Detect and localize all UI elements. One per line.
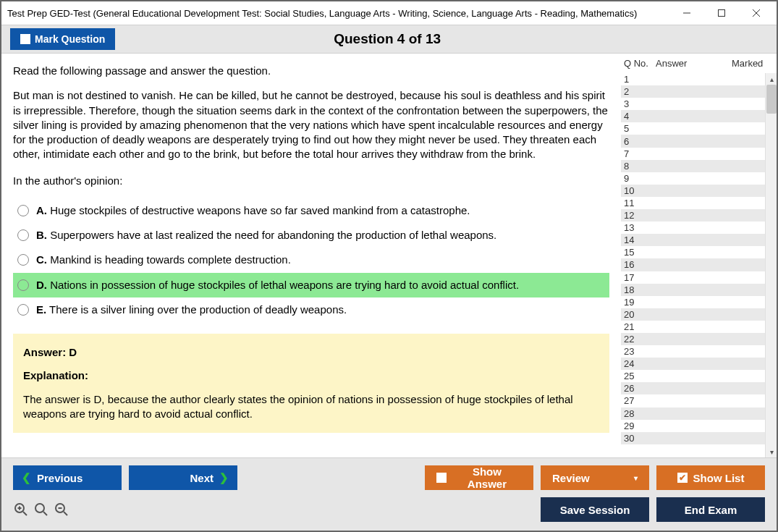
list-row[interactable]: 10 [621, 185, 765, 197]
list-row[interactable]: 27 [621, 394, 765, 407]
show-answer-button[interactable]: Show Answer [425, 465, 533, 490]
list-row[interactable]: 22 [621, 333, 765, 345]
list-row[interactable]: 2 [621, 85, 765, 98]
list-row[interactable]: 6 [621, 135, 765, 147]
list-row[interactable]: 26 [621, 382, 765, 394]
show-list-label: Show List [693, 472, 745, 484]
question-panel: Read the following passage and answer th… [1, 54, 621, 457]
checkbox-icon [20, 34, 30, 44]
main-area: Read the following passage and answer th… [1, 54, 777, 457]
list-row[interactable]: 24 [621, 358, 765, 370]
review-dropdown[interactable]: Review ▾ [541, 465, 649, 490]
list-row-qno: 25 [624, 371, 653, 381]
square-icon [436, 473, 447, 483]
radio-icon [17, 279, 29, 291]
option-letter: C. [36, 253, 47, 266]
list-row[interactable]: 28 [621, 408, 765, 420]
end-exam-button[interactable]: End Exam [656, 497, 765, 522]
scroll-up-icon[interactable]: ▴ [766, 73, 777, 85]
maximize-icon [717, 9, 726, 17]
list-row[interactable]: 3 [621, 98, 765, 110]
list-row[interactable]: 16 [621, 258, 765, 271]
review-label: Review [552, 472, 590, 484]
option-a[interactable]: A. Huge stockpiles of destructive weapon… [13, 198, 609, 223]
list-row[interactable]: 9 [621, 172, 765, 185]
options-list: A. Huge stockpiles of destructive weapon… [13, 198, 609, 322]
radio-icon [17, 229, 29, 241]
list-row-qno: 29 [624, 421, 653, 431]
list-row-qno: 12 [624, 210, 653, 221]
option-text: There is a silver lining over the produc… [49, 303, 347, 316]
list-row-qno: 1 [624, 74, 653, 85]
list-row[interactable]: 23 [621, 345, 765, 358]
scroll-down-icon[interactable]: ▾ [766, 446, 777, 457]
list-row[interactable]: 21 [621, 321, 765, 333]
option-text: Superpowers have at last realized the ne… [50, 229, 496, 241]
show-list-button[interactable]: ✔ Show List [656, 465, 765, 490]
list-row[interactable]: 29 [621, 420, 765, 432]
minimize-button[interactable] [677, 5, 697, 21]
scroll-thumb[interactable] [766, 85, 777, 114]
save-session-button[interactable]: Save Session [541, 497, 649, 522]
list-row-qno: 21 [624, 321, 653, 332]
zoom-out-button[interactable] [54, 502, 69, 518]
footer: ❮ Previous Next ❯ Show Answer Review ▾ ✔… [1, 457, 777, 531]
close-icon [752, 9, 761, 17]
mark-question-label: Mark Question [35, 33, 105, 45]
zoom-reset-button[interactable] [33, 502, 49, 518]
list-row[interactable]: 5 [621, 122, 765, 135]
scrollbar[interactable]: ▴ ▾ [765, 73, 777, 457]
zoom-out-icon [54, 502, 69, 517]
zoom-in-button[interactable] [13, 502, 29, 518]
magnifier-icon [34, 502, 48, 517]
list-row[interactable]: 17 [621, 271, 765, 284]
list-row-qno: 11 [624, 198, 653, 208]
list-row[interactable]: 25 [621, 370, 765, 382]
list-row[interactable]: 12 [621, 209, 765, 221]
list-row[interactable]: 8 [621, 160, 765, 172]
list-row[interactable]: 19 [621, 296, 765, 308]
instruction-text: Read the following passage and answer th… [13, 64, 609, 78]
list-row[interactable]: 11 [621, 197, 765, 209]
list-row-qno: 23 [624, 346, 653, 357]
list-row-qno: 18 [624, 284, 653, 295]
list-row[interactable]: 18 [621, 284, 765, 296]
window-title: Test Prep GED-Test (General Educational … [7, 8, 677, 19]
list-row-qno: 9 [624, 173, 653, 184]
maximize-button[interactable] [711, 5, 732, 21]
app-window: Test Prep GED-Test (General Educational … [0, 0, 778, 532]
list-row-qno: 10 [624, 185, 653, 196]
option-d[interactable]: D. Nations in possession of huge stockpi… [13, 273, 609, 297]
list-row[interactable]: 20 [621, 308, 765, 321]
passage-text: But man is not destined to vanish. He ca… [13, 88, 609, 161]
list-row[interactable]: 13 [621, 221, 765, 234]
option-letter: D. [36, 279, 47, 291]
list-row[interactable]: 7 [621, 148, 765, 160]
option-letter: E. [36, 303, 46, 316]
checkbox-checked-icon: ✔ [677, 473, 688, 483]
option-c[interactable]: C. Mankind is heading towards complete d… [13, 248, 609, 272]
topbar: Mark Question Question 4 of 13 [1, 25, 777, 54]
window-controls [677, 5, 766, 21]
option-b[interactable]: B. Superpowers have at last realized the… [13, 223, 609, 248]
list-row-qno: 28 [624, 408, 653, 419]
list-row[interactable]: 1 [621, 73, 765, 85]
list-row[interactable]: 30 [621, 432, 765, 444]
close-button[interactable] [746, 5, 766, 21]
zoom-in-icon [14, 502, 28, 517]
svg-line-9 [43, 512, 47, 515]
next-button[interactable]: Next ❯ [129, 465, 237, 490]
list-body[interactable]: 1234567891011121314151617181920212223242… [621, 73, 765, 457]
option-text: Huge stockpiles of destructive weapons h… [50, 204, 470, 216]
option-e[interactable]: E. There is a silver lining over the pro… [13, 297, 609, 322]
mark-question-button[interactable]: Mark Question [10, 28, 115, 50]
question-list-panel: Q No. Answer Marked 12345678910111213141… [621, 54, 777, 457]
previous-button[interactable]: ❮ Previous [13, 465, 122, 490]
explanation-label: Explanation: [23, 368, 599, 383]
list-row[interactable]: 4 [621, 110, 765, 122]
list-row[interactable]: 15 [621, 246, 765, 258]
list-row-qno: 30 [624, 433, 653, 444]
option-text: Nations in possession of huge stockpiles… [50, 279, 519, 291]
list-row[interactable]: 14 [621, 234, 765, 246]
titlebar: Test Prep GED-Test (General Educational … [1, 1, 777, 25]
